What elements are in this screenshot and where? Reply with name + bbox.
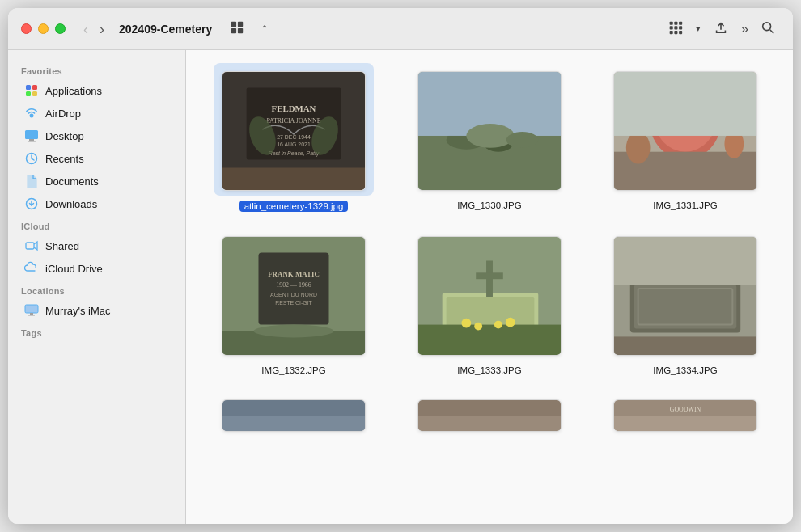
share-button[interactable] <box>709 17 733 40</box>
photo-6-svg <box>614 236 756 356</box>
titlebar: ‹ › 202409-Cemetery ⌃ <box>8 8 793 50</box>
file-thumb-selected-bg: FELDMAN PATRICIA JOANNE 27 DEC 1944 16 A… <box>214 63 374 196</box>
file-name: IMG_1334.JPG <box>653 365 717 375</box>
sidebar-section-icloud: iCloud Shared <box>8 215 185 280</box>
icloud-drive-label: iCloud Drive <box>45 263 103 275</box>
desktop-label: Desktop <box>45 130 84 142</box>
file-item[interactable]: FRANK MATIC 1902 — 1966 AGENT DU NORD RE… <box>202 228 385 375</box>
file-thumb-bg <box>214 391 374 437</box>
sidebar-section-tags: Tags <box>8 322 185 341</box>
file-item[interactable] <box>202 391 385 437</box>
svg-rect-18 <box>32 91 37 96</box>
svg-rect-4 <box>670 22 673 25</box>
search-icon <box>761 20 775 35</box>
sidebar-item-icloud-drive[interactable]: iCloud Drive <box>11 257 182 280</box>
file-thumbnail-partial: GOODWIN <box>613 399 757 432</box>
file-item[interactable]: FELDMAN PATRICIA JOANNE 27 DEC 1944 16 A… <box>202 63 385 212</box>
sidebar-item-documents[interactable]: Documents <box>11 170 182 192</box>
title-area: 202409-Cemetery ⌃ <box>119 17 780 40</box>
svg-text:FRANK MATIC: FRANK MATIC <box>268 270 320 278</box>
svg-text:PATRICIA JOANNE: PATRICIA JOANNE <box>266 117 320 125</box>
svg-rect-21 <box>29 139 34 141</box>
icon-view-button[interactable] <box>225 17 249 40</box>
svg-point-70 <box>494 321 502 329</box>
folder-title: 202409-Cemetery <box>119 23 212 36</box>
sidebar-item-shared[interactable]: Shared <box>11 234 182 257</box>
documents-icon <box>24 174 39 188</box>
file-name: IMG_1331.JPG <box>653 201 717 210</box>
file-name: IMG_1333.JPG <box>457 365 521 375</box>
view-options-button[interactable]: ▾ <box>691 17 706 40</box>
file-thumbnail <box>613 236 757 356</box>
sidebar-item-applications[interactable]: Applications <box>11 79 182 102</box>
more-button[interactable]: » <box>736 17 752 40</box>
tags-label: Tags <box>8 322 185 341</box>
svg-rect-53 <box>614 72 756 136</box>
svg-point-69 <box>474 323 482 331</box>
svg-point-19 <box>30 114 34 118</box>
file-area: FELDMAN PATRICIA JOANNE 27 DEC 1944 16 A… <box>186 50 793 524</box>
svg-text:RESTE CI-GIT: RESTE CI-GIT <box>275 300 312 306</box>
svg-rect-22 <box>28 141 36 142</box>
photo-partial-b <box>418 399 561 432</box>
sidebar-item-airdrop[interactable]: AirDrop <box>11 102 182 125</box>
main-content: Favorites Applications <box>8 50 793 524</box>
file-item[interactable]: IMG_1334.JPG <box>594 228 777 375</box>
sort-button[interactable]: ⌃ <box>256 21 273 37</box>
file-name: atlin_cemetery-1329.jpg <box>239 201 349 212</box>
sidebar-item-murrays-imac[interactable]: Murray's iMac <box>11 299 182 322</box>
murrays-imac-label: Murray's iMac <box>45 305 111 317</box>
file-thumbnail: FRANK MATIC 1902 — 1966 AGENT DU NORD RE… <box>222 236 366 356</box>
svg-rect-77 <box>614 336 756 355</box>
svg-point-13 <box>763 23 771 31</box>
sidebar-item-downloads[interactable]: Downloads <box>11 192 182 215</box>
svg-text:GOODWIN: GOODWIN <box>670 406 701 413</box>
svg-rect-0 <box>231 22 236 27</box>
svg-rect-12 <box>679 31 682 34</box>
photo-partial-a <box>222 399 365 432</box>
minimize-button[interactable] <box>38 23 49 34</box>
svg-text:Rest in Peace, Patty: Rest in Peace, Patty <box>269 150 320 157</box>
sidebar-item-desktop[interactable]: Desktop <box>11 125 182 147</box>
file-item[interactable]: IMG_1333.JPG <box>398 228 581 375</box>
file-item[interactable] <box>398 391 581 437</box>
file-item[interactable]: IMG_1330.JPG <box>398 63 581 212</box>
recents-label: Recents <box>45 153 84 165</box>
svg-rect-67 <box>418 325 561 356</box>
file-thumb-bg: FRANK MATIC 1902 — 1966 AGENT DU NORD RE… <box>214 228 374 361</box>
svg-rect-25 <box>26 243 34 249</box>
svg-rect-2 <box>231 28 236 33</box>
shared-icon <box>24 239 39 253</box>
file-item[interactable]: IMG_1331.JPG <box>594 63 777 212</box>
file-thumb-bg <box>409 228 570 361</box>
file-thumbnail: FELDMAN PATRICIA JOANNE 27 DEC 1944 16 A… <box>222 71 366 191</box>
file-item[interactable]: GOODWIN <box>594 391 777 437</box>
svg-rect-9 <box>679 26 682 29</box>
close-button[interactable] <box>21 23 32 34</box>
sidebar-item-recents[interactable]: Recents <box>11 147 182 170</box>
airdrop-label: AirDrop <box>45 108 81 120</box>
forward-button[interactable]: › <box>95 20 109 38</box>
svg-point-51 <box>626 132 651 164</box>
partial-file-row: GOODWIN <box>202 391 777 437</box>
sidebar-section-locations: Locations Murray's iMac <box>8 280 185 322</box>
file-thumb-bg <box>409 391 570 437</box>
file-thumb-bg <box>605 63 765 196</box>
back-button[interactable]: ‹ <box>78 20 93 38</box>
file-thumbnail <box>417 71 562 191</box>
icloud-label: iCloud <box>8 215 185 234</box>
list-view-button[interactable] <box>663 17 688 40</box>
search-button[interactable] <box>756 17 780 40</box>
list-grid-icon <box>668 20 683 35</box>
downloads-label: Downloads <box>45 198 97 210</box>
file-thumb-bg <box>409 63 570 196</box>
maximize-button[interactable] <box>55 23 66 34</box>
svg-point-61 <box>254 325 334 338</box>
svg-rect-5 <box>674 22 677 25</box>
locations-label: Locations <box>8 280 185 299</box>
applications-icon <box>24 83 39 98</box>
svg-rect-20 <box>25 130 38 139</box>
file-thumbnail <box>417 236 562 356</box>
svg-text:27 DEC 1944: 27 DEC 1944 <box>277 134 311 140</box>
photo-1-svg: FELDMAN PATRICIA JOANNE 27 DEC 1944 16 A… <box>222 71 365 191</box>
